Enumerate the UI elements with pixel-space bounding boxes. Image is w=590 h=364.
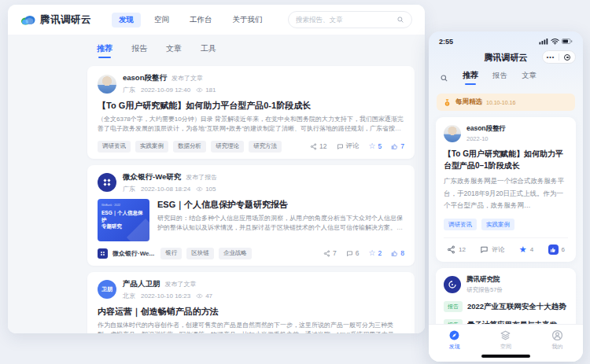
layers-icon (500, 329, 511, 341)
search-icon[interactable] (396, 16, 404, 24)
avatar[interactable] (444, 125, 461, 142)
nav-item-about[interactable]: 关于我们 (226, 13, 270, 28)
nav-item-space[interactable]: 空间 (147, 13, 176, 28)
app-logo[interactable]: 腾讯调研云 (20, 13, 91, 27)
wifi-icon (551, 38, 559, 45)
tabbar-discover[interactable]: 发现 (429, 329, 480, 351)
share-icon (310, 143, 317, 150)
comment-button[interactable]: 6 (346, 249, 360, 257)
post-title[interactable]: 内容运营｜创造畅销产品的方法 (98, 306, 404, 318)
search-input[interactable] (296, 16, 396, 24)
post-card-3[interactable]: 卫朋 产品人卫朋 发布了文章 北京 2022-10-10 16:23 47 (87, 272, 415, 333)
tag[interactable]: 实践案例 (481, 219, 514, 230)
capsule-close-icon[interactable] (559, 54, 575, 61)
footer-author[interactable]: 微众银行·We... (112, 249, 154, 258)
tab-recommend[interactable]: 推荐 (97, 43, 112, 58)
like-button[interactable]: 7 (391, 142, 404, 150)
star-button[interactable]: ★ 4 (519, 245, 533, 254)
thumbs-up-icon (391, 250, 398, 257)
tab-tools[interactable]: 工具 (201, 43, 216, 58)
mobile-tab-reports[interactable]: 报告 (492, 71, 507, 86)
nav-item-workbench[interactable]: 工作台 (183, 13, 219, 28)
org-name[interactable]: 腾讯研究院 (466, 275, 503, 285)
like-button[interactable]: 8 (391, 249, 404, 257)
weekly-picks-banner[interactable]: 每周精选 10.10-10.16 (437, 94, 575, 111)
comment-button[interactable]: 评论 (480, 245, 504, 254)
mobile-tab-articles[interactable]: 文章 (522, 71, 537, 86)
share-button[interactable]: 12 (447, 245, 466, 254)
mobile-tab-recommend[interactable]: 推荐 (463, 70, 478, 86)
share-button[interactable]: 7 (323, 249, 337, 257)
star-button[interactable]: ☆ 5 (369, 142, 382, 150)
tag[interactable]: 企业战略 (219, 248, 252, 259)
comment-button[interactable]: 评论 (337, 142, 360, 151)
tabbar-me[interactable]: 我的 (532, 329, 583, 351)
tag[interactable]: 实践案例 (135, 141, 168, 153)
share-button[interactable]: 12 (310, 142, 326, 150)
status-bar: 2:55 (429, 31, 583, 48)
author-name[interactable]: eason段整行 (123, 73, 167, 83)
post-card-1[interactable]: eason段整行 发布了文章 广东 2022-10-09 12:40 181 (87, 66, 415, 159)
author-name[interactable]: eason段整行 (466, 124, 506, 134)
post-title[interactable]: 【To G用户研究赋能】如何助力平台型产品0–1阶段成长 (444, 148, 568, 171)
post-title[interactable]: 【To G用户研究赋能】如何助力平台型产品0-1阶段成长 (98, 100, 404, 112)
tag[interactable]: 研究方法 (249, 141, 282, 153)
avatar[interactable] (98, 173, 116, 192)
star-icon: ★ (519, 245, 527, 254)
tab-reports[interactable]: 报告 (131, 43, 147, 58)
tag[interactable]: 区块链 (186, 248, 214, 259)
nav-item-discover[interactable]: 发现 (112, 13, 141, 28)
share-count: 12 (459, 246, 466, 253)
star-button[interactable]: ☆ 2 (369, 249, 382, 257)
avatar[interactable]: 卫朋 (98, 280, 116, 299)
author-name[interactable]: 产品人卫朋 (123, 279, 160, 289)
desktop-header: 腾讯调研云 发现 空间 工作台 关于我们 (8, 5, 425, 35)
cloud-logo-icon (20, 14, 35, 25)
post-excerpt: （全文6378个字，大约需要10分钟）目录 背景解读近年来，在党中央和国务院的大… (98, 115, 404, 134)
view-count: 105 (205, 186, 216, 193)
like-button[interactable]: 6 (548, 245, 565, 255)
tag[interactable]: 数据分析 (173, 141, 206, 153)
miniprogram-capsule[interactable]: ••• (542, 50, 576, 64)
webank-logo-icon (102, 178, 112, 187)
avatar[interactable] (444, 276, 461, 293)
thumbs-up-icon (391, 143, 398, 150)
report-list-item[interactable]: 报告 2022产业互联网安全十大趋势 (444, 301, 568, 312)
search-icon[interactable] (440, 74, 448, 83)
report-thumbnail[interactable]: WeBank · 2022 ESG｜个人信息保护 专题研究 (98, 199, 149, 241)
tag[interactable]: 调研资讯 (98, 141, 131, 153)
mobile-panel: 2:55 腾讯调研云 ••• 推荐 报告 文章 每周精选 10.10-10.16… (429, 31, 583, 362)
avatar[interactable] (98, 75, 116, 94)
post-action-label: 发布了文章 (165, 280, 197, 289)
view-count: 181 (205, 86, 216, 94)
thumb-title-line1: ESG｜个人信息保护 (101, 210, 146, 224)
desktop-window: 腾讯调研云 发现 空间 工作台 关于我们 推荐 报告 文章 工具 (8, 5, 425, 333)
report-title[interactable]: 2022产业互联网安全十大趋势 (467, 302, 566, 312)
share-icon (323, 250, 330, 257)
author-name[interactable]: 微众银行-We研究 (123, 172, 181, 182)
post-time: 2022-10-09 12:40 (141, 86, 190, 94)
post-title[interactable]: ESG｜个人信息保护专题研究报告 (157, 199, 404, 211)
mobile-post-card[interactable]: eason段整行 2022-10 【To G用户研究赋能】如何助力平台型产品0–… (436, 117, 576, 262)
star-count: 2 (378, 249, 382, 257)
post-excerpt: 研究目的：结合多种个人信息应用场景的洞察，从用户的角度分析当下大众对个人信息保护… (157, 214, 404, 233)
like-count: 6 (562, 246, 565, 253)
mobile-titlebar: 腾讯调研云 ••• (429, 48, 583, 68)
more-icon[interactable]: ••• (543, 54, 559, 60)
tag[interactable]: 研究理论 (211, 141, 244, 153)
view-count: 47 (205, 292, 212, 300)
search-box[interactable] (288, 11, 412, 28)
report-tag: 报告 (444, 301, 463, 312)
mobile-tabs: 推荐 报告 文章 (429, 68, 583, 88)
tab-articles[interactable]: 文章 (166, 43, 182, 58)
post-location: 北京 (123, 292, 135, 300)
home-indicator[interactable] (481, 355, 530, 358)
post-location: 广东 (123, 86, 135, 94)
mini-avatar (98, 248, 108, 259)
post-meta: 广东 2022-10-09 12:40 181 (123, 86, 216, 94)
signal-icon (539, 38, 548, 45)
tag[interactable]: 调研资讯 (444, 219, 477, 230)
post-card-2[interactable]: 微众银行-We研究 发布了报告 广东 2022-10-08 18:24 105 (87, 165, 415, 266)
tag[interactable]: 银行 (160, 248, 182, 259)
tabbar-space[interactable]: 空间 (480, 329, 531, 351)
